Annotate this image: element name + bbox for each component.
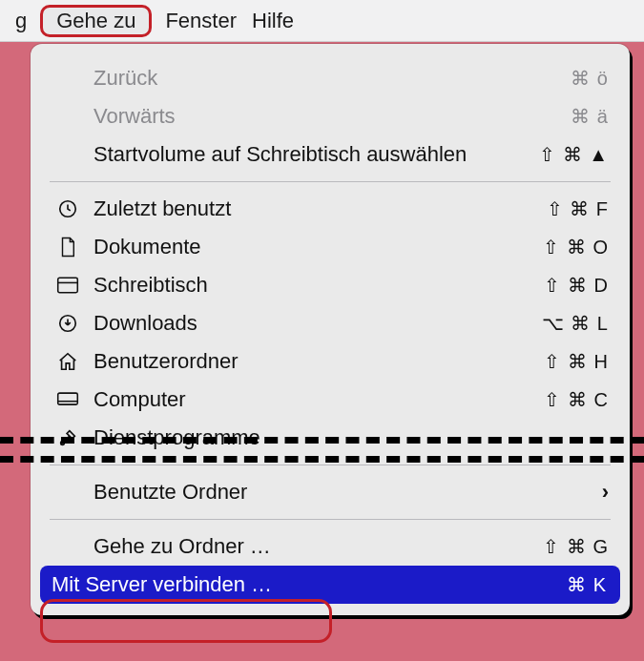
menu-item-desktop[interactable]: Schreibtisch ⇧ ⌘ D [31, 266, 630, 304]
menubar-item-fenster[interactable]: Fenster [157, 5, 244, 37]
menu-item-recent-folders[interactable]: • Benutzte Ordner › [31, 473, 630, 511]
clock-icon [52, 198, 84, 219]
menu-label: Mit Server verbinden … [52, 572, 567, 597]
menu-item-home[interactable]: Benutzerordner ⇧ ⌘ H [31, 342, 630, 381]
separator [50, 465, 611, 465]
menubar: g Gehe zu Fenster Hilfe [0, 0, 644, 42]
menubar-item-hilfe[interactable]: Hilfe [244, 5, 301, 37]
menu-label: Computer [93, 387, 544, 412]
menu-label: Dokumente [93, 235, 543, 259]
menu-item-connect-server[interactable]: Mit Server verbinden … ⌘ K [40, 566, 620, 604]
home-icon [52, 351, 84, 372]
menu-item-forward: • Vorwärts ⌘ ä [31, 97, 630, 135]
menu-label: Dienstprogramme [93, 425, 609, 450]
menu-shortcut: ⇧ ⌘ G [543, 535, 609, 558]
menu-item-downloads[interactable]: Downloads ⌥ ⌘ L [31, 304, 630, 342]
separator [50, 519, 611, 520]
menu-shortcut: ⌥ ⌘ L [542, 312, 609, 335]
download-icon [52, 313, 84, 334]
menu-shortcut: ⌘ ö [571, 67, 609, 90]
svg-rect-4 [58, 393, 78, 404]
menu-shortcut: ⇧ ⌘ ▲ [539, 143, 609, 166]
menu-item-goto-folder[interactable]: • Gehe zu Ordner … ⇧ ⌘ G [31, 527, 630, 566]
tools-icon [52, 427, 84, 448]
menu-item-documents[interactable]: Dokumente ⇧ ⌘ O [31, 228, 630, 266]
dropdown-menu: • Zurück ⌘ ö • Vorwärts ⌘ ä • Startvolum… [31, 44, 630, 615]
menu-item-utilities[interactable]: Dienstprogramme [31, 419, 630, 457]
menu-item-computer[interactable]: Computer ⇧ ⌘ C [31, 381, 630, 419]
chevron-right-icon: › [602, 480, 609, 505]
menu-label: Gehe zu Ordner … [93, 534, 543, 559]
menu-label: Startvolume auf Schreibtisch auswählen [93, 142, 539, 167]
menu-shortcut: ⌘ K [567, 573, 607, 596]
svg-rect-1 [58, 278, 78, 292]
menu-item-recents[interactable]: Zuletzt benutzt ⇧ ⌘ F [31, 190, 630, 228]
menu-label: Benutzerordner [93, 349, 544, 374]
desktop-icon [52, 276, 84, 295]
menu-item-startvolume[interactable]: • Startvolume auf Schreibtisch auswählen… [31, 135, 630, 174]
menu-label: Schreibtisch [93, 273, 544, 298]
menu-label: Downloads [93, 311, 542, 336]
menu-label: Zurück [93, 66, 571, 91]
menu-shortcut: ⇧ ⌘ F [547, 197, 609, 220]
menu-shortcut: ⇧ ⌘ C [544, 388, 609, 411]
menu-label: Zuletzt benutzt [93, 196, 547, 221]
menu-shortcut: ⌘ ä [571, 105, 609, 128]
menu-label: Vorwärts [93, 104, 571, 129]
computer-icon [52, 390, 84, 409]
menu-shortcut: ⇧ ⌘ O [543, 236, 609, 258]
menubar-fragment: g [8, 5, 34, 37]
menu-shortcut: ⇧ ⌘ D [544, 274, 609, 297]
menu-item-back: • Zurück ⌘ ö [31, 59, 630, 97]
menu-label: Benutzte Ordner [93, 480, 602, 505]
menubar-item-gehe-zu[interactable]: Gehe zu [40, 5, 152, 37]
separator [50, 181, 611, 182]
document-icon [52, 237, 84, 258]
menu-shortcut: ⇧ ⌘ H [544, 350, 609, 373]
